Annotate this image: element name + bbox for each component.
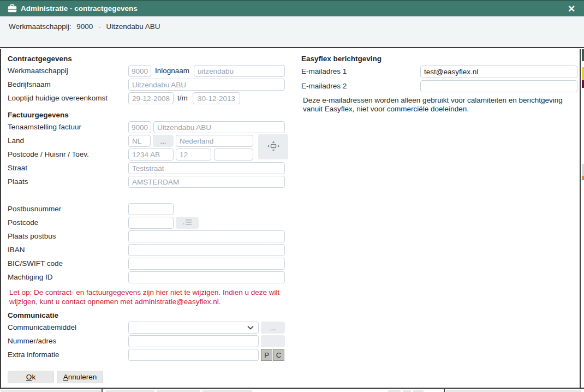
bedrijfsnaam-field — [128, 79, 285, 91]
communicatiemiddel-label: Communicatiemiddel — [8, 322, 76, 334]
bedrijfsnaam-label: Bedrijfsnaam — [8, 79, 51, 91]
huisnr-field — [176, 149, 211, 161]
plaats-postbus-field[interactable] — [128, 230, 285, 242]
background-fragment — [413, 390, 424, 392]
ok-rest: k — [32, 373, 35, 381]
straat-label: Straat — [8, 162, 27, 174]
background-fragment — [1, 390, 101, 392]
bic-swift-field[interactable] — [128, 258, 285, 270]
tenaamstelling-label: Tenaamstelling factuur — [8, 121, 81, 133]
looptijd-tot-field — [193, 92, 240, 104]
background-fragment — [388, 390, 401, 392]
ok-accesskey: O — [26, 373, 32, 381]
land-code-field — [128, 135, 151, 147]
annuleren-accesskey: A — [63, 373, 68, 381]
background-fragment — [106, 390, 154, 392]
emailadres1-label: E-mailadres 1 — [301, 66, 347, 78]
postcode-postbus-label: Postcode — [8, 217, 38, 229]
address-position-button[interactable] — [258, 134, 288, 159]
inlognaam-label: Inlognaam — [155, 65, 189, 77]
inlognaam-field — [194, 65, 285, 77]
land-browse-button[interactable]: ... — [153, 135, 174, 147]
emailadres2-label: E-mailadres 2 — [301, 80, 347, 92]
section-heading-berichtgeving: Easyflex berichtgeving — [301, 55, 382, 63]
postcode-lookup-list-button — [176, 217, 199, 229]
background-fragment — [582, 176, 584, 180]
postbusnummer-field[interactable] — [128, 203, 174, 215]
postcode-postbus-field[interactable] — [128, 217, 174, 229]
berichtgeving-note: Deze e-mailadressen worden alleen gebrui… — [303, 96, 577, 114]
background-fragment — [582, 49, 584, 61]
section-heading-factuurgegevens: Factuurgegevens — [8, 111, 69, 119]
extra-informatie-field[interactable] — [128, 349, 259, 361]
iban-field[interactable] — [128, 244, 285, 256]
communicatiemiddel-select[interactable] — [128, 322, 259, 334]
background-divider — [444, 389, 445, 392]
tenaamstelling-code-field — [128, 121, 151, 133]
extra-informatie-label: Extra informatie — [8, 349, 59, 361]
plaats-label: Plaats — [8, 176, 28, 188]
communicatiemiddel-browse-button[interactable]: ... — [261, 322, 285, 334]
section-heading-contractgegevens: Contractgegevens — [8, 55, 72, 63]
background-fragment — [157, 390, 200, 392]
machtiging-id-label: Machtiging ID — [8, 271, 53, 283]
looptijd-label: Looptijd huidige overeenkomst — [8, 92, 108, 104]
background-fragment — [582, 80, 584, 88]
machtiging-id-field[interactable] — [128, 271, 285, 283]
background-fragment — [445, 390, 581, 392]
background-page-bottom-strip — [0, 388, 584, 392]
background-fragment — [582, 67, 584, 80]
background-fragment — [582, 164, 584, 176]
section-heading-communicatie: Communicatie — [8, 311, 58, 319]
extra-informatie-p-button[interactable]: P — [261, 349, 272, 361]
werkmaatschappij-code-field — [128, 65, 151, 77]
background-fragment — [202, 390, 252, 392]
warning-text-line2: wijzigen, kunt u contact opnemen met adm… — [9, 297, 221, 306]
annuleren-rest: nnuleren — [68, 373, 97, 381]
nummer-adres-action-button[interactable] — [261, 335, 285, 347]
bic-swift-label: BIC/SWIFT code — [8, 258, 63, 270]
dialog-body: Contractgegevens Werkmaatschappij Inlogn… — [0, 49, 581, 388]
tm-label: t/m — [177, 92, 188, 104]
postcode-huisnr-toev-label: Postcode / Huisnr / Toev. — [8, 149, 89, 161]
werkmaatschappij-label: Werkmaatschappij — [8, 65, 68, 77]
background-page-right-sliver — [582, 49, 584, 388]
nummer-adres-field[interactable] — [128, 335, 259, 347]
administratie-contractgegevens-dialog: Administratie - contractgegevens ✕ Werkm… — [0, 0, 584, 392]
chevron-down-icon — [247, 325, 254, 330]
land-naam-field — [176, 135, 253, 147]
emailadres2-field[interactable] — [420, 80, 577, 92]
extra-informatie-c-button[interactable]: C — [273, 349, 284, 361]
warning-text-line1: Let op: De contract- en factuurgegevens … — [9, 288, 279, 297]
iban-label: IBAN — [8, 244, 25, 256]
straat-field — [128, 162, 285, 174]
looptijd-van-field — [128, 92, 174, 104]
plaats-postbus-label: Plaats postbus — [8, 230, 56, 242]
background-divider — [102, 389, 103, 392]
tenaamstelling-naam-field — [153, 121, 285, 133]
factuur-postcode-field — [128, 149, 174, 161]
annuleren-button[interactable]: Annuleren — [57, 371, 103, 383]
ok-button[interactable]: Ok — [8, 371, 54, 383]
land-label: Land — [8, 135, 24, 147]
toevoeging-field — [214, 149, 253, 161]
postbusnummer-label: Postbusnummer — [8, 203, 61, 215]
background-fragment — [403, 390, 411, 392]
nummer-adres-label: Nummer/adres — [8, 335, 56, 347]
emailadres1-field[interactable] — [420, 66, 577, 78]
plaats-field — [128, 176, 285, 188]
